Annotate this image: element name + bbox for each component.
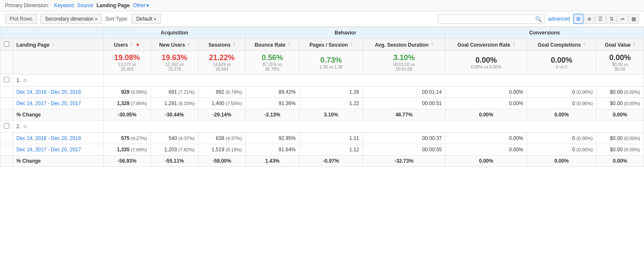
dim-source[interactable]: Source [77,3,93,8]
summary-sessions-pct: 21.22% [202,53,242,62]
summary-goal-val-pct: 0.00% [600,53,640,62]
dim-other-label: Other [133,3,146,8]
plot-rows-button[interactable]: Plot Rows [5,14,37,24]
secondary-dimension-label: Secondary dimension [45,16,93,22]
row1-date1-goal-val: $0.00 (0.00%) [596,87,644,98]
view-list-button[interactable]: ☰ [595,14,606,24]
avg-session-help-icon[interactable]: ? [431,43,433,47]
row1-change-avg: 46.77% [363,109,445,121]
row2-date1-goal-comp-val: 0 [572,135,575,141]
view-timeline-button[interactable]: ▦ [628,14,639,24]
row1-date2-link[interactable]: Dec 14, 2017 - Dec 20, 2017 [16,100,81,106]
view-globe-button[interactable]: ⊕ [584,14,594,24]
row1-change-label: % Change [13,109,103,121]
row1-date1-avg: 00:01:14 [363,87,445,98]
row1-num: 1. [16,77,21,83]
row1-checkbox[interactable] [4,77,9,82]
goal-comp-help-icon[interactable]: ? [583,43,586,47]
row2-date1-sessions-pct: (4.37%) [225,136,242,141]
row2-change-new-users: -55.11% [151,156,198,167]
row2-change-label: % Change [13,156,103,167]
pages-session-help-icon[interactable]: ? [350,43,352,47]
row1-date2-new-users-pct: (8.33%) [178,101,195,106]
row2-date2-new-users-val: 1,203 [164,147,177,153]
landing-page-help-icon[interactable]: ? [52,43,54,47]
search-input[interactable] [441,16,533,22]
row1-date1-new-users: 891 (7.21%) [151,87,198,98]
sessions-col-header: Sessions ? [198,39,245,51]
row1-date1-sessions-val: 992 [216,89,224,95]
avg-session-col-header: Avg. Session Duration ? [363,39,445,51]
bounce-rate-col-header: Bounce Rate ? [246,39,299,51]
summary-avg-session-cell: 3.10% 00:01:10 vs 00:01:08 [363,51,445,74]
row2-checkbox[interactable] [4,123,9,129]
bounce-rate-help-icon[interactable]: ? [288,43,290,47]
new-users-col-header: New Users ? [151,39,198,51]
row1-date2-new-users: 1,281 (8.33%) [151,98,198,109]
row2-date1-new-users-pct: (4.37%) [178,136,195,141]
row1-date2-sessions-val: 1,400 [212,100,224,106]
row2-change-bounce: 1.43% [246,156,299,167]
view-compare-button[interactable]: ⇔ [617,14,628,24]
primary-dimension-label: Primary Dimension: [5,3,49,8]
row1-date2-users-pct: (7.85%) [131,101,147,106]
row2-copy-icon[interactable]: ⧉ [24,124,27,129]
goal-comp-col-header: Goal Completions ? [527,39,596,51]
row2-date1-goal-comp: 0 (0.00%) [527,133,596,144]
summary-new-users-val1: 12,360 vs [154,62,195,67]
summary-users-pct: 19.08% [107,53,147,62]
row1-change-bounce: -2.13% [246,109,299,121]
header-checkbox-cell [0,39,13,51]
dim-other-dropdown[interactable]: Other ▾ [133,3,149,8]
row1-checkbox-cell [0,74,13,87]
secondary-dimension-dropdown[interactable]: Secondary dimension ▾ [40,14,102,24]
advanced-link[interactable]: advanced [548,16,570,22]
row1-date2-goal-val-val: $0.00 [610,100,623,106]
landing-page-col-header: Landing Page ? [13,39,103,51]
row1-date2-users: 1,328 (7.85%) [103,98,151,109]
dim-keyword[interactable]: Keyword [54,3,74,8]
row2-date1-users-val: 575 [121,135,130,141]
row2-change-goal-val: 0.00% [596,156,644,167]
users-help-icon[interactable]: ? [130,43,133,47]
row2-date2-link[interactable]: Dec 14, 2017 - Dec 20, 2017 [16,147,81,153]
row1-copy-icon[interactable]: ⧉ [24,78,27,83]
select-all-checkbox[interactable] [4,41,9,47]
search-icon[interactable]: 🔍 [535,16,542,22]
landing-page-section [0,27,103,39]
goal-val-help-icon[interactable]: ? [633,43,636,47]
row2-date1-label: Dec 14, 2018 - Dec 20, 2018 [13,133,103,144]
users-sort-icon[interactable]: ▼ [135,42,140,48]
summary-goal-conv-pct: 0.00% [449,56,523,65]
goal-conv-help-icon[interactable]: ? [512,43,515,47]
summary-goal-conv-cell: 0.00% 0.00% vs 0.00% [445,51,527,74]
row1-date1-link[interactable]: Dec 14, 2018 - Dec 20, 2018 [16,89,81,95]
row2-date2-goal-conv: 0.00% [445,144,527,156]
primary-dimension-bar: Primary Dimension: Keyword Source Landin… [0,0,644,11]
row2-date1-sessions-val: 638 [216,135,224,141]
row1-change-users: -30.05% [103,109,151,121]
summary-goal-val-val1: $0.00 vs [600,62,640,67]
row1-change-goal-comp: 0.00% [527,109,596,121]
view-grid-button[interactable]: ⊞ [573,14,583,24]
sessions-help-icon[interactable]: ? [233,43,236,47]
summary-sessions-val2: 18,543 [202,67,242,71]
view-icons: ⊞ ⊕ ☰ ⇅ ⇔ ▦ [573,14,639,24]
conversions-section: Conversions [445,27,644,39]
row2-date1-users: 575 (4.27%) [103,133,151,144]
row1-date1-goal-comp: 0 (0.00%) [527,87,596,98]
summary-bounce-cell: 0.56% 87.26% vs 86.78% [246,51,299,74]
row1-date1-goal-conv: 0.00% [445,87,527,98]
row2-date1-link[interactable]: Dec 14, 2018 - Dec 20, 2018 [16,135,81,141]
row2-date2-new-users: 1,203 (7.82%) [151,144,198,156]
row1-date2-sessions-pct: (7.55%) [225,101,242,106]
search-box: 🔍 [438,14,545,24]
sort-default-dropdown[interactable]: Default ▾ [132,14,161,24]
summary-label-cell [13,51,103,74]
view-filter-button[interactable]: ⇅ [607,14,617,24]
row1-change-goal-val: 0.00% [596,109,644,121]
summary-pages-cell: 0.73% 1.39 vs 1.38 [299,51,363,74]
row1-date2-goal-comp: 0 (0.00%) [527,98,596,109]
new-users-help-icon[interactable]: ? [187,43,190,47]
row2-date1-goal-conv: 0.00% [445,133,527,144]
